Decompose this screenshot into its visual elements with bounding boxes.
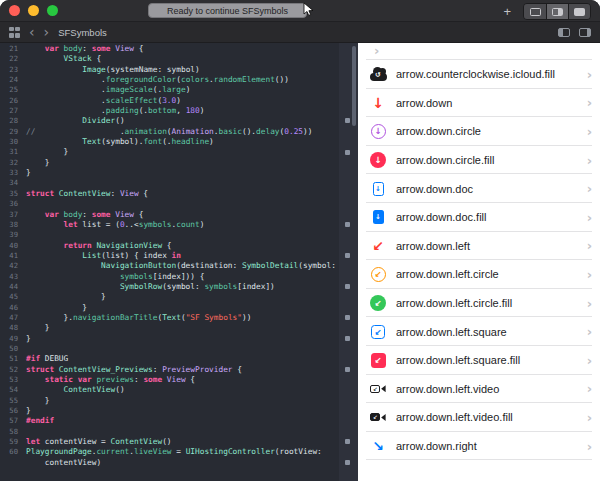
arrow-glyph: ↙ <box>374 298 381 308</box>
symbol-row[interactable]: ↙arrow.down.left.video.fill› <box>358 403 600 432</box>
line-number: 44 <box>0 282 26 292</box>
zoom-button[interactable] <box>47 5 58 16</box>
line-number: 43 <box>0 272 26 282</box>
code-line[interactable]: 32 } <box>0 158 358 168</box>
code-line[interactable]: 27 .padding(.bottom, 180) <box>0 106 358 116</box>
chevron-right-icon: › <box>374 44 379 57</box>
back-button[interactable]: ‹ <box>29 25 35 39</box>
inline-result-button[interactable] <box>345 336 350 341</box>
symbol-icon: ↓ <box>368 93 388 113</box>
forward-button[interactable]: › <box>44 25 50 39</box>
inline-result-button[interactable] <box>345 222 350 227</box>
symbol-row[interactable]: ↙arrow.down.left.square.fill› <box>358 346 600 375</box>
code-line[interactable]: 57#endif <box>0 416 358 426</box>
view-split-button[interactable] <box>546 4 568 19</box>
code-line[interactable]: 24 .foregroundColor(colors.randomElement… <box>0 75 358 85</box>
arrow-glyph: ↙ <box>373 386 378 392</box>
symbol-name: arrow.down.left.square.fill <box>396 354 581 366</box>
code-line[interactable]: 38 let list = (0..<symbols.count) <box>0 220 358 230</box>
code-line[interactable]: 33} <box>0 168 358 178</box>
code-line[interactable]: 43 symbols[index])) { <box>0 272 358 282</box>
code-line[interactable]: 48 } <box>0 323 358 333</box>
code-line[interactable]: 47 }.navigationBarTitle(Text("SF Symbols… <box>0 313 358 323</box>
code-line[interactable]: 60PlaygroundPage.current.liveView = UIHo… <box>0 447 358 457</box>
symbol-row[interactable]: ↓arrow.down› <box>358 89 600 118</box>
code-line[interactable]: 50 <box>0 344 358 354</box>
code-line[interactable]: 22 VStack { <box>0 54 358 64</box>
code-line[interactable]: 36 <box>0 199 358 209</box>
pages-grid-icon[interactable] <box>9 27 20 38</box>
view-live-only-button[interactable] <box>568 4 590 19</box>
code-line[interactable]: 30 Text(symbol).font(.headline) <box>0 137 358 147</box>
code-line[interactable]: 26 .scaleEffect(3.0) <box>0 96 358 106</box>
code-line[interactable]: 34 <box>0 178 358 188</box>
symbol-row[interactable]: ↓arrow.down.circle› <box>358 117 600 146</box>
square-icon: ↙ <box>371 325 385 339</box>
code-line[interactable]: 44 SymbolRow(symbol: symbols[index]) <box>0 282 358 292</box>
code-line[interactable]: 37 var body: some View { <box>0 210 358 220</box>
symbol-row[interactable]: ↙arrow.down.left.video› <box>358 375 600 404</box>
inline-result-button[interactable] <box>345 460 350 465</box>
view-code-only-button[interactable] <box>524 4 546 19</box>
symbol-row[interactable]: ↘arrow.down.right› <box>358 432 600 461</box>
code-line[interactable]: 46 } <box>0 303 358 313</box>
inline-result-button[interactable] <box>345 150 350 155</box>
inline-result-button[interactable] <box>345 284 350 289</box>
code-line[interactable]: 42 NavigationButton(destination: SymbolD… <box>0 261 358 271</box>
inspector-pane-icon[interactable] <box>579 28 591 37</box>
add-button[interactable]: + <box>500 4 514 19</box>
square-fill-icon: ↙ <box>371 353 386 368</box>
code-line[interactable]: 54 ContentView() <box>0 385 358 395</box>
code-line[interactable]: 56} <box>0 406 358 416</box>
code-line[interactable]: 52struct ContentView_Previews: PreviewPr… <box>0 365 358 375</box>
breadcrumb[interactable]: SFSymbols <box>58 27 107 38</box>
code-line[interactable]: 58 <box>0 427 358 437</box>
code-line[interactable]: 21 var body: some View { <box>0 44 358 54</box>
symbol-icon: ↙ <box>368 293 388 313</box>
code-line[interactable]: 41 List(list) { index in <box>0 251 358 261</box>
code-line[interactable]: 45 } <box>0 292 358 302</box>
symbol-row[interactable]: ↓arrow.down.doc› <box>358 174 600 203</box>
code-line[interactable]: 39 <box>0 230 358 240</box>
code-editor[interactable]: 21 var body: some View {22 VStack {23 Im… <box>0 43 358 481</box>
code-line[interactable]: 29// .animation(Animation.basic().delay(… <box>0 127 358 137</box>
inline-result-button[interactable] <box>345 439 350 444</box>
code-line[interactable]: 31 } <box>0 147 358 157</box>
code-line[interactable]: 55 } <box>0 396 358 406</box>
minimize-button[interactable] <box>28 5 39 16</box>
code-text: return NavigationView { <box>26 241 172 251</box>
arrow-glyph: ↓ <box>375 213 381 221</box>
symbol-row[interactable]: ↓arrow.down.circle.fill› <box>358 146 600 175</box>
close-button[interactable] <box>9 5 20 16</box>
code-line[interactable]: 53 static var previews: some View { <box>0 375 358 385</box>
code-line[interactable]: 40 return NavigationView { <box>0 241 358 251</box>
symbol-row[interactable]: ↺arrow.counterclockwise.icloud.fill› <box>358 60 600 89</box>
arrow-glyph: ↙ <box>374 327 381 337</box>
code-line[interactable]: 59let contentView = ContentView() <box>0 437 358 447</box>
code-line[interactable]: 51#if DEBUG <box>0 354 358 364</box>
inline-result-button[interactable] <box>345 118 350 123</box>
symbol-row[interactable]: ↓arrow.down.doc.fill› <box>358 203 600 232</box>
inline-result-button[interactable] <box>345 367 350 372</box>
chevron-right-icon: › <box>587 297 592 310</box>
symbol-row[interactable]: ↙arrow.down.left› <box>358 232 600 261</box>
code-line[interactable]: 49} <box>0 334 358 344</box>
line-number: 57 <box>0 416 26 426</box>
code-line[interactable]: 35struct ContentView: View { <box>0 189 358 199</box>
symbol-row[interactable]: ↙arrow.down.left.circle.fill› <box>358 289 600 318</box>
inline-result-button[interactable] <box>345 315 350 320</box>
code-line[interactable]: 23 Image(systemName: symbol) <box>0 65 358 75</box>
editor-scrollbar[interactable] <box>352 46 356 126</box>
symbol-row[interactable]: › <box>358 43 600 60</box>
line-number: 47 <box>0 313 26 323</box>
inline-result-button[interactable] <box>345 253 350 258</box>
editor-pane-icon[interactable] <box>558 28 570 37</box>
code-line[interactable]: 28 Divider() <box>0 116 358 126</box>
code-line[interactable]: contentView) <box>0 458 358 468</box>
chevron-right-icon: › <box>587 325 592 338</box>
line-number: 28 <box>0 116 26 126</box>
symbol-row[interactable]: ↙arrow.down.left.circle› <box>358 260 600 289</box>
status-pill[interactable]: Ready to continue SFSymbols <box>148 3 307 18</box>
symbol-row[interactable]: ↙arrow.down.left.square› <box>358 317 600 346</box>
code-line[interactable]: 25 .imageScale(.large) <box>0 85 358 95</box>
